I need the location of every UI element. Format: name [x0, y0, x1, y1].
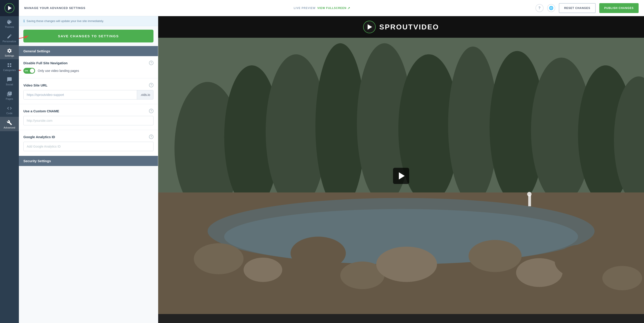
settings-panel: ℹ Saving these changes will update your … [19, 16, 158, 323]
logo-play-icon [8, 6, 12, 10]
custom-cname-title: Use a Custom CNAME [23, 109, 59, 113]
preview-footer [158, 314, 644, 323]
preview-logo-circle [363, 21, 376, 33]
google-analytics-input[interactable] [23, 142, 154, 151]
play-button-overlay[interactable] [393, 168, 409, 184]
disable-nav-toggle[interactable]: ON [23, 68, 35, 74]
video-site-url-title-row: Video Site URL ? [23, 83, 154, 88]
custom-cname-input[interactable] [23, 116, 154, 125]
publish-changes-button[interactable]: PUBLISH CHANGES [599, 3, 638, 13]
sidebar-item-settings[interactable]: Settings [0, 45, 19, 59]
view-fullscreen-link[interactable]: VIEW FULLSCREEN ↗ [317, 6, 350, 10]
video-site-url-title: Video Site URL [23, 83, 48, 87]
disable-nav-title-row: Disable Full Site Navigation ? [23, 61, 154, 65]
sidebar-item-social[interactable]: Social [0, 74, 19, 88]
general-settings-header: General Settings [19, 46, 158, 56]
sidebar-item-settings-label: Settings [5, 54, 14, 57]
wrench-icon [7, 120, 12, 125]
file-icon [7, 91, 12, 96]
settings-info-bar: ℹ Saving these changes will update your … [19, 16, 158, 26]
sidebar-item-themes-label: Themes [5, 26, 14, 28]
red-arrow-settings-icon [19, 67, 23, 74]
logo-circle [4, 3, 14, 13]
sidebar-item-categories-label: Categories [3, 69, 16, 72]
palette-icon [7, 19, 12, 25]
help-button[interactable]: ? [536, 4, 544, 12]
preview-logo-play-icon [368, 24, 372, 30]
play-triangle-icon [399, 172, 405, 180]
save-changes-button[interactable]: SAVE CHANGES TO SETTINGS [23, 30, 154, 42]
svg-rect-29 [528, 195, 531, 206]
sidebar-item-advanced[interactable]: Advanced [0, 117, 19, 131]
video-site-url-block: Video Site URL ? .vids.io [19, 78, 158, 104]
page-header: MANAGE YOUR ADVANCED SETTINGS LIVE PREVI… [19, 0, 644, 16]
sidebar: Themes Personalize Settings Categories [0, 0, 19, 323]
video-site-url-input[interactable] [24, 90, 137, 99]
edit-icon [7, 34, 12, 39]
view-fullscreen-text: VIEW FULLSCREEN [317, 6, 346, 10]
video-site-url-suffix: .vids.io [137, 90, 153, 99]
settings-arrow-decoration [19, 67, 23, 74]
toggle-thumb [30, 68, 34, 73]
video-site-url-input-group: .vids.io [23, 90, 154, 100]
red-arrow-save-icon [19, 32, 30, 40]
google-analytics-title: Google Analytics ID [23, 135, 55, 139]
custom-cname-title-row: Use a Custom CNAME ? [23, 109, 154, 113]
grid-icon [7, 62, 12, 68]
sidebar-item-themes[interactable]: Themes [0, 16, 19, 30]
toggle-on-label: ON [25, 70, 28, 72]
globe-button[interactable]: 🌐 [547, 4, 555, 12]
security-settings-header: Security Settings [19, 156, 158, 166]
svg-point-30 [527, 192, 532, 196]
video-site-url-help-icon[interactable]: ? [149, 83, 154, 88]
sidebar-nav: Themes Personalize Settings Categories [0, 16, 19, 323]
custom-cname-help-icon[interactable]: ? [149, 109, 154, 113]
custom-cname-block: Use a Custom CNAME ? [19, 104, 158, 130]
gear-icon [7, 48, 12, 54]
info-circle-icon: ℹ [23, 19, 25, 23]
question-icon: ? [538, 6, 541, 10]
sidebar-item-advanced-label: Advanced [4, 126, 15, 129]
preview-brand-header: SPROUTVIDEO [158, 16, 644, 38]
disable-nav-help-icon[interactable]: ? [149, 61, 154, 65]
save-btn-container: SAVE CHANGES TO SETTINGS [23, 30, 154, 42]
preview-panel: SPROUTVIDEO [158, 16, 644, 323]
sidebar-item-pages[interactable]: Pages [0, 88, 19, 102]
sidebar-item-personalize[interactable]: Personalize [0, 30, 19, 45]
preview-brand-name: SPROUTVIDEO [379, 23, 439, 31]
sidebar-item-categories[interactable]: Categories [0, 59, 19, 74]
reset-changes-button[interactable]: RESET CHANGES [559, 3, 596, 13]
google-analytics-block: Google Analytics ID ? [19, 130, 158, 156]
main-wrapper: MANAGE YOUR ADVANCED SETTINGS LIVE PREVI… [19, 0, 644, 323]
content-area: ℹ Saving these changes will update your … [19, 16, 644, 323]
toggle-row: ON Only use video landing pages [23, 68, 154, 74]
sidebar-item-code-label: Code [6, 112, 12, 114]
fullscreen-arrow-icon: ↗ [348, 6, 350, 10]
sidebar-item-personalize-label: Personalize [3, 40, 16, 43]
google-analytics-help-icon[interactable]: ? [149, 134, 154, 139]
settings-info-text: Saving these changes will update your li… [26, 19, 104, 23]
globe-icon: 🌐 [549, 6, 554, 10]
google-analytics-title-row: Google Analytics ID ? [23, 134, 154, 139]
toggle-description: Only use video landing pages [38, 69, 79, 72]
sidebar-item-pages-label: Pages [6, 98, 13, 100]
preview-video-area [158, 38, 644, 314]
general-section-wrapper: General Settings Disable Full Site Navig… [19, 46, 158, 156]
app-logo [0, 0, 19, 16]
chat-icon [7, 77, 12, 82]
toggle-with-arrow: ON [23, 68, 35, 74]
video-thumbnail [158, 38, 644, 314]
disable-nav-title: Disable Full Site Navigation [23, 61, 68, 65]
code-icon [7, 106, 12, 111]
sidebar-item-social-label: Social [6, 83, 13, 86]
header-center: LIVE PREVIEW VIEW FULLSCREEN ↗ [294, 6, 350, 10]
sidebar-item-code[interactable]: Code [0, 102, 19, 117]
header-actions: ? 🌐 RESET CHANGES PUBLISH CHANGES [536, 3, 638, 13]
page-title: MANAGE YOUR ADVANCED SETTINGS [24, 6, 536, 10]
save-arrow-decoration [19, 32, 30, 41]
disable-nav-block: Disable Full Site Navigation ? [19, 56, 158, 78]
live-preview-label: LIVE PREVIEW [294, 6, 316, 10]
